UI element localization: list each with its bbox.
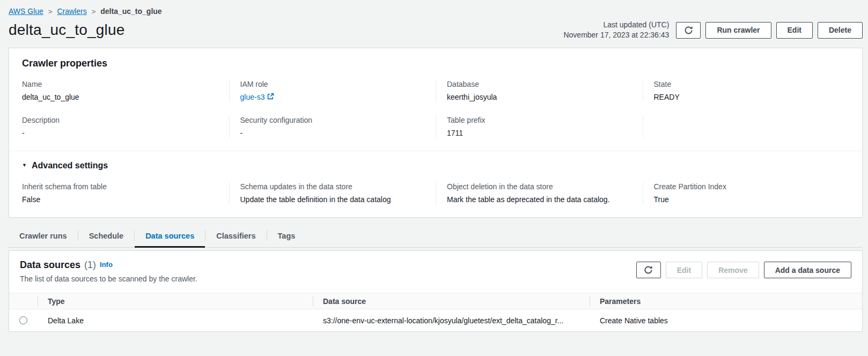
data-sources-description: The list of data sources to be scanned b… bbox=[20, 275, 197, 283]
breadcrumb-current: delta_uc_to_glue bbox=[100, 7, 161, 16]
advanced-settings-heading: Advanced settings bbox=[32, 161, 108, 170]
table-header-row: Type Data source Parameters bbox=[9, 293, 862, 309]
breadcrumb-separator-icon: > bbox=[48, 8, 53, 16]
section-divider bbox=[9, 151, 862, 151]
field-value: - bbox=[22, 128, 216, 138]
field-value: - bbox=[240, 128, 423, 138]
field-value: Mark the table as deprecated in the data… bbox=[447, 195, 630, 204]
cell-data-source: s3://one-env-uc-external-location/kjosyu… bbox=[313, 316, 590, 325]
caret-down-icon: ▼ bbox=[22, 162, 27, 168]
page-title: delta_uc_to_glue bbox=[9, 21, 125, 39]
refresh-icon bbox=[644, 265, 653, 275]
field-label: Database bbox=[447, 80, 630, 88]
crawler-properties-heading: Crawler properties bbox=[22, 58, 849, 69]
refresh-icon bbox=[684, 26, 693, 35]
field-label: Schema updates in the data store bbox=[240, 182, 423, 191]
page-header: delta_uc_to_glue Last updated (UTC) Nove… bbox=[9, 20, 863, 40]
tab-bar: Crawler runs Schedule Data sources Class… bbox=[9, 226, 863, 248]
data-sources-heading: Data sources bbox=[20, 259, 80, 271]
data-sources-heading-block: Data sources (1) Info The list of data s… bbox=[20, 259, 197, 283]
remove-source-button[interactable]: Remove bbox=[707, 262, 759, 278]
field-label: Name bbox=[22, 80, 216, 88]
field-security-configuration: Security configuration - bbox=[229, 116, 436, 138]
cell-type: Delta Lake bbox=[38, 316, 313, 325]
refresh-button[interactable] bbox=[676, 22, 701, 39]
data-sources-table: Type Data source Parameters Delta Lake s… bbox=[9, 293, 862, 331]
data-sources-count: (1) bbox=[84, 259, 96, 271]
external-link-icon bbox=[267, 92, 274, 102]
tab-schedule[interactable]: Schedule bbox=[78, 226, 134, 248]
edit-source-button[interactable]: Edit bbox=[666, 262, 702, 278]
breadcrumb-separator-icon: > bbox=[92, 8, 96, 16]
last-updated-label: Last updated (UTC) bbox=[563, 20, 669, 30]
edit-crawler-button[interactable]: Edit bbox=[776, 22, 813, 39]
tab-tags[interactable]: Tags bbox=[267, 226, 306, 248]
field-inherit-schema: Inherit schema from table False bbox=[22, 182, 229, 204]
breadcrumb-link-crawlers[interactable]: Crawlers bbox=[57, 7, 86, 16]
crawler-state-value: READY bbox=[654, 92, 837, 102]
delete-crawler-button[interactable]: Delete bbox=[818, 22, 863, 39]
last-updated-value: November 17, 2023 at 22:36:43 bbox=[563, 30, 669, 40]
field-value: keerthi_josyula bbox=[447, 92, 630, 102]
last-updated: Last updated (UTC) November 17, 2023 at … bbox=[563, 20, 669, 40]
field-empty bbox=[643, 116, 850, 138]
iam-role-link-label: glue-s3 bbox=[240, 92, 265, 102]
field-value: False bbox=[22, 195, 216, 204]
column-header-parameters: Parameters bbox=[590, 297, 862, 306]
info-link[interactable]: Info bbox=[100, 261, 113, 269]
add-data-source-button[interactable]: Add a data source bbox=[764, 262, 851, 278]
field-label: Table prefix bbox=[447, 116, 630, 124]
field-table-prefix: Table prefix 1711 bbox=[436, 116, 643, 138]
cell-parameters: Create Native tables bbox=[590, 316, 862, 325]
refresh-sources-button[interactable] bbox=[636, 262, 661, 278]
field-value: delta_uc_to_glue bbox=[22, 92, 216, 102]
data-sources-header: Data sources (1) Info The list of data s… bbox=[9, 251, 862, 288]
field-label: Object deletion in the data store bbox=[447, 182, 630, 191]
row-select-radio[interactable] bbox=[19, 316, 27, 324]
field-object-deletion: Object deletion in the data store Mark t… bbox=[436, 182, 643, 204]
data-sources-panel: Data sources (1) Info The list of data s… bbox=[9, 250, 863, 332]
run-crawler-button[interactable]: Run crawler bbox=[705, 22, 771, 39]
advanced-settings-grid: Inherit schema from table False Schema u… bbox=[22, 182, 849, 204]
field-label: Inherit schema from table bbox=[22, 182, 216, 191]
column-header-data-source: Data source bbox=[313, 297, 590, 306]
column-header-type: Type bbox=[38, 297, 313, 306]
field-label: IAM role bbox=[240, 80, 423, 88]
field-value: 1711 bbox=[447, 128, 630, 138]
field-partition-index: Create Partition Index True bbox=[643, 182, 850, 204]
data-sources-actions: Edit Remove Add a data source bbox=[636, 259, 851, 278]
field-iam-role: IAM role glue-s3 bbox=[229, 80, 436, 102]
breadcrumb-link-aws-glue[interactable]: AWS Glue bbox=[9, 7, 43, 16]
iam-role-link[interactable]: glue-s3 bbox=[240, 92, 275, 102]
table-row[interactable]: Delta Lake s3://one-env-uc-external-loca… bbox=[9, 309, 862, 331]
field-label: Create Partition Index bbox=[654, 182, 837, 191]
field-description: Description - bbox=[22, 116, 229, 138]
page-header-actions: Last updated (UTC) November 17, 2023 at … bbox=[563, 20, 863, 40]
page: AWS Glue > Crawlers > delta_uc_to_glue d… bbox=[0, 0, 868, 332]
advanced-settings-toggle[interactable]: ▼ Advanced settings bbox=[22, 161, 849, 170]
field-label: Description bbox=[22, 116, 216, 124]
field-name: Name delta_uc_to_glue bbox=[22, 80, 229, 102]
breadcrumb: AWS Glue > Crawlers > delta_uc_to_glue bbox=[9, 0, 863, 16]
field-value: Update the table definition in the data … bbox=[240, 195, 423, 204]
field-value: True bbox=[654, 195, 837, 204]
field-label: Security configuration bbox=[240, 116, 423, 124]
field-state: State READY bbox=[643, 80, 850, 102]
field-schema-updates: Schema updates in the data store Update … bbox=[229, 182, 436, 204]
field-database: Database keerthi_josyula bbox=[436, 80, 643, 102]
tab-data-sources[interactable]: Data sources bbox=[135, 226, 205, 248]
tab-crawler-runs[interactable]: Crawler runs bbox=[9, 226, 78, 248]
crawler-properties-panel: Crawler properties Name delta_uc_to_glue… bbox=[9, 48, 863, 218]
tab-classifiers[interactable]: Classifiers bbox=[205, 226, 266, 248]
properties-grid: Name delta_uc_to_glue IAM role glue-s3 D… bbox=[22, 80, 849, 138]
field-label: State bbox=[654, 80, 837, 88]
